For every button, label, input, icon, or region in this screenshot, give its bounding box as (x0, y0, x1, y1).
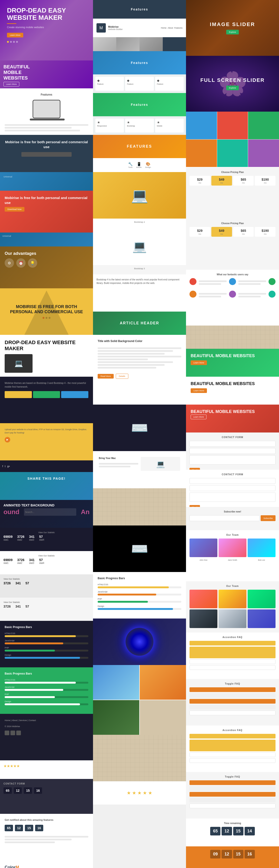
accordion-item-8[interactable] (189, 758, 276, 763)
toggle-item-4[interactable] (189, 705, 276, 709)
gallery-cell-3[interactable] (248, 112, 279, 139)
toggle-item-3[interactable] (189, 699, 276, 704)
yellow-body-text: Upload your website to a local drive, FT… (5, 428, 88, 435)
free-red-block: Mobirise is free for both personal and c… (0, 191, 93, 232)
social-icon-t[interactable]: t (5, 465, 6, 468)
price-val-5: $29 (191, 229, 208, 232)
hero-images-strip (93, 37, 186, 51)
toggle-item-5[interactable] (189, 711, 276, 715)
beautiful-red-btn[interactable]: Learn More (191, 414, 207, 419)
progress-c1: HTML/CSS (98, 583, 181, 588)
gallery-img-forest[interactable] (93, 700, 139, 735)
hero-img-1 (93, 37, 116, 51)
anim-text-left: ound (3, 508, 19, 516)
gallery-grid-block (186, 112, 279, 167)
social-icon-g[interactable]: g+ (7, 465, 10, 468)
stat-val-2: 3726 (17, 558, 24, 562)
article-secondary-btn[interactable]: Details (116, 374, 128, 379)
social-icon[interactable] (5, 731, 9, 735)
gallery-img-mountain[interactable] (93, 665, 139, 700)
social-icon[interactable] (10, 731, 15, 735)
contact-dark-block: CONTACT FORM 65 12 15 16 (0, 779, 93, 814)
accordion-item-1[interactable] (189, 641, 276, 646)
progress-bar-1: HTML/CSS (5, 632, 88, 637)
hero-cta-button[interactable]: Learn More (7, 33, 23, 37)
contact-submit-btn-2[interactable]: Send (189, 505, 200, 507)
fullscreen-slider-btn[interactable]: Explore (226, 86, 239, 90)
toggle-item-9[interactable] (189, 798, 276, 802)
contact-name-input-2[interactable] (189, 478, 276, 484)
accordion-item-2[interactable] (189, 647, 276, 658)
article-read-more[interactable]: Read More (98, 374, 114, 378)
stat-row-white: 69809stat1 3726stat2 341stat3 57stat4 (3, 558, 90, 564)
toggle-item-2[interactable] (189, 693, 276, 698)
hero-img-4 (163, 37, 186, 51)
accordion-item-7[interactable] (189, 752, 276, 757)
feat-icon-img: 🎨 (145, 162, 151, 166)
text-line (5, 839, 72, 840)
contact-email-input-2[interactable] (189, 485, 276, 491)
map-contact-bg (186, 326, 279, 349)
gallery-img-sunset[interactable] (140, 665, 186, 700)
contact-message-input-2[interactable] (189, 493, 276, 502)
advantage-icon: ⚙ (5, 258, 14, 268)
social-icon[interactable] (16, 731, 21, 735)
nav-link[interactable]: Home (161, 27, 166, 29)
contact-name-input[interactable] (189, 441, 276, 447)
beautiful-white-btn[interactable]: Learn More (191, 388, 207, 393)
theme-preview (5, 391, 32, 398)
countdown-minutes: 15 (24, 787, 32, 794)
toggle-item-1[interactable] (189, 687, 276, 692)
progress-bar-4: Design (5, 654, 88, 659)
progress-c4: Design (98, 605, 181, 610)
img-slider-btn[interactable]: Explore (226, 30, 239, 34)
price-period: /mo (257, 182, 274, 184)
gallery-cell-2[interactable] (217, 112, 248, 139)
team-member-2 (219, 538, 246, 557)
contact-message-input[interactable] (189, 455, 276, 465)
progress-bar-g4: Design (5, 700, 88, 705)
gallery-img-map[interactable] (140, 700, 186, 735)
contact-email-input[interactable] (189, 448, 276, 454)
subscribe-btn[interactable]: Subscribe (260, 515, 276, 521)
toggle-item-6[interactable] (189, 780, 276, 785)
toggle-item-8[interactable] (189, 792, 276, 797)
footer-links: Home | About | Services | Contact © 2024… (5, 718, 88, 735)
beautiful-green-btn[interactable]: Learn More (191, 361, 207, 365)
stat-val: 57 (26, 581, 29, 585)
img-slider-title: IMAGE SLIDER (210, 21, 255, 27)
timer-block: Time remaining 65 12 15 14 (186, 818, 279, 846)
progress-label: Design (5, 700, 88, 703)
stats-title-3: View Our Statistic (3, 578, 90, 580)
toggle-item-10[interactable] (189, 804, 276, 808)
accordion-item-4[interactable] (189, 665, 276, 670)
price-card-2: $49 /mo (211, 176, 232, 186)
pricing-title-2: Choose Pricing Plan (189, 222, 276, 225)
contact-submit-btn[interactable]: Send (189, 468, 200, 470)
countdown-hours: 12 (14, 787, 22, 794)
laptop-white-icon: 💻 (132, 240, 147, 253)
toggle-item-7[interactable] (189, 786, 276, 791)
gallery-cell-1[interactable] (186, 112, 217, 139)
accordion-item-6[interactable] (189, 740, 276, 751)
progress-fill (5, 657, 80, 659)
gallery-cell-5[interactable] (217, 140, 248, 167)
search-input[interactable] (24, 508, 76, 516)
progress-bar-g1: HTML/CSS (5, 679, 88, 684)
nav-link[interactable]: About (167, 27, 173, 29)
social-icon-f[interactable]: f (2, 465, 3, 468)
gallery-cell-4[interactable] (186, 140, 217, 167)
team-grid-2 (189, 590, 276, 628)
beautiful-cta-button[interactable]: Learn More (3, 82, 19, 87)
nav-link[interactable]: Features (174, 27, 183, 29)
accordion-item-5[interactable] (189, 734, 276, 739)
map-article-block (93, 488, 186, 526)
gallery-cell-6[interactable] (248, 140, 279, 167)
progress-fill (5, 643, 63, 644)
price-period: /mo (191, 182, 208, 184)
free-red-button[interactable]: Download Now (5, 207, 24, 212)
search-bar[interactable] (21, 152, 72, 157)
accordion-item-3[interactable] (189, 659, 276, 664)
subscribe-email-input[interactable] (189, 515, 259, 521)
progress-center-block: Basic Progress Bars HTML/CSS JavaScript … (93, 572, 186, 619)
